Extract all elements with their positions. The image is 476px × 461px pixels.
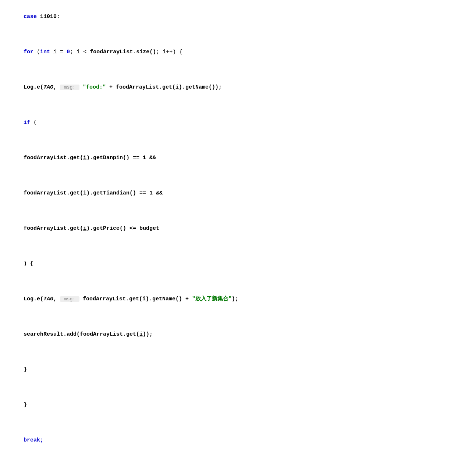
keyword-case: case [24,14,40,20]
string-chinese-1: "放入了新集合" [192,296,232,302]
log-e-1: Log.e( [24,84,43,90]
line-close-brace-inner-1: } [0,348,476,383]
keyword-int-1: int [40,49,50,55]
condition-price-1: foodArrayList.get(i).getPrice() <= budge… [24,225,159,232]
line-close-if-1: ) { [0,242,476,277]
num-0: 0 [67,49,70,55]
line-case-10110: case 10110: [0,454,476,461]
msg-hint-1: msg: [60,85,79,90]
line-cond-1b: foodArrayList.get(i).getTiandian() == 1 … [0,171,476,207]
keyword-if-1: if [24,119,33,126]
line-cond-1a: foodArrayList.get(i).getDanpin() == 1 && [0,136,476,171]
condition-tiandian-1: foodArrayList.get(i).getTiandian() == 1 … [24,190,163,196]
tag-1: TAG [43,84,53,90]
line-cond-1c: foodArrayList.get(i).getPrice() <= budge… [0,207,476,242]
log-e-inner-1: Log.e( [24,296,43,302]
close-brace-inner-1: } [24,367,27,373]
line-if-1: if ( [0,101,476,136]
line-case-11010: case 11010: [0,4,476,30]
case-number: 11010 [40,14,57,20]
line-for-1: for (int i = 0; i < foodArrayList.size()… [0,30,476,65]
condition-danpin: foodArrayList.get(i).getDanpin() == 1 && [24,155,156,161]
line-log-inner-1: Log.e(TAG, msg: foodArrayList.get(i).get… [0,277,476,312]
line-break-1: break; [0,418,476,454]
keyword-break-1: break; [24,437,43,443]
code-editor: case 11010: for (int i = 0; i < foodArra… [0,0,476,461]
method-foodArrayList-size: foodArrayList.size() [90,49,156,55]
close-if-brace-1: ) { [24,261,33,267]
search-result-add-1: searchResult.add(foodArrayList.get(i)); [24,331,153,337]
string-food-1: "food:" [79,84,106,90]
msg-hint-inner-1: msg: [60,296,79,302]
line-search-add-1: searchResult.add(foodArrayList.get(i)); [0,312,476,348]
close-for-1: } [24,402,27,408]
line-close-for-1: } [0,383,476,418]
keyword-for: for [24,49,37,55]
line-log-1: Log.e(TAG, msg: "food:" + foodArrayList.… [0,65,476,101]
colon: : [57,14,60,20]
tag-inner-1: TAG [43,296,53,302]
